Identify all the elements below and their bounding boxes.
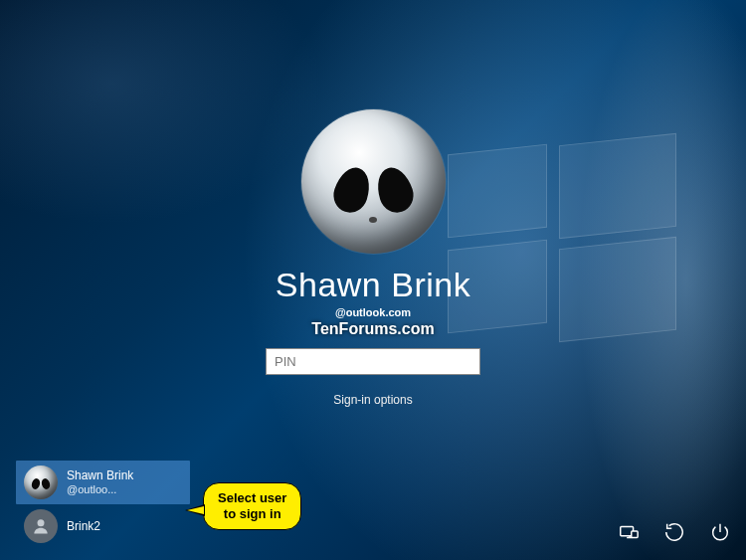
svg-rect-2	[632, 531, 638, 537]
ease-of-access-icon[interactable]	[662, 520, 686, 544]
watermark-text: TenForums.com	[214, 320, 532, 338]
system-tray	[617, 520, 732, 544]
pin-input[interactable]	[266, 348, 480, 375]
user-switch-list: Shawn Brink @outloo... Brink2	[16, 461, 190, 548]
user-list-item-shawn-brink[interactable]: Shawn Brink @outloo...	[16, 461, 190, 504]
power-icon[interactable]	[708, 520, 732, 544]
svg-point-0	[38, 519, 45, 526]
user-avatar-icon	[24, 466, 58, 499]
user-display-name: Shawn Brink	[214, 266, 532, 304]
user-list-name: Shawn Brink	[67, 468, 133, 482]
callout-line1: Select user	[218, 490, 286, 506]
user-avatar-icon	[24, 509, 58, 543]
user-email: @outlook.com	[214, 306, 532, 318]
user-list-sub: @outloo...	[67, 482, 133, 496]
user-list-item-brink2[interactable]: Brink2	[16, 504, 190, 548]
user-list-text: Shawn Brink @outloo...	[67, 468, 133, 496]
user-list-name: Brink2	[67, 519, 100, 533]
network-icon[interactable]	[617, 520, 641, 544]
signin-panel: Shawn Brink @outlook.com TenForums.com S…	[214, 109, 532, 407]
user-list-text: Brink2	[67, 519, 100, 533]
user-avatar-large	[301, 109, 446, 254]
signin-options-link[interactable]: Sign-in options	[214, 393, 532, 407]
callout-line2: to sign in	[218, 506, 286, 522]
annotation-callout: Select user to sign in	[203, 482, 301, 530]
